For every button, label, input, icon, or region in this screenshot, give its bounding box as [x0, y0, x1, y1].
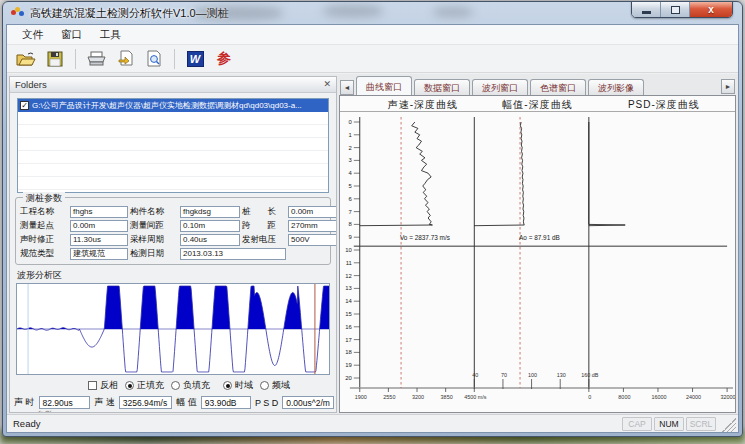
param-label: 构件名称	[130, 206, 178, 218]
sonic-time-label: 声 时	[14, 396, 35, 409]
file-list[interactable]: ✓ G:\公司产品设计开发\超声仪器\超声仪实地检测数据调测材qd\qd03\q…	[17, 98, 329, 193]
tab-wavetrain-image[interactable]: 波列影像	[588, 79, 644, 95]
waveform-controls: 反相 正填充 负填充 时域	[88, 379, 332, 392]
menu-file[interactable]: 文件	[13, 26, 52, 44]
svg-text:20: 20	[345, 375, 352, 381]
tab-scroll-left-icon[interactable]: ◄	[340, 80, 354, 95]
caption-buttons: x	[631, 2, 733, 18]
open-folder-icon	[16, 51, 36, 67]
sonic-time-value[interactable]: 82.90us	[39, 396, 91, 409]
fill-positive-radio[interactable]: 正填充	[125, 379, 164, 392]
app-window: 高铁建筑混凝土检测分析软件V1.0—测桩 x 文件 窗口 工具	[2, 1, 743, 437]
velocity-value[interactable]: 3256.94m/s	[119, 396, 173, 409]
param-label: 桩 长	[242, 206, 286, 218]
param-value: 0.40us	[180, 234, 240, 246]
close-button[interactable]: x	[690, 2, 732, 17]
svg-text:14: 14	[345, 298, 352, 304]
svg-text:100: 100	[528, 372, 537, 378]
velocity-chart-title: 声速-深度曲线	[388, 98, 458, 112]
export-button[interactable]	[112, 47, 138, 71]
waveform-area-label: 波形分析区	[17, 269, 336, 282]
param-value: fhgkdsg	[180, 206, 240, 218]
svg-text:9: 9	[349, 234, 353, 240]
word-icon: W	[187, 51, 204, 67]
toolbar: W 参	[7, 45, 738, 73]
waveform-box[interactable]	[16, 283, 330, 375]
param-value: 11.30us	[70, 234, 128, 246]
group-title: 测桩参数	[23, 192, 65, 205]
save-button[interactable]	[42, 47, 68, 71]
psd-value[interactable]: 0.00us^2/m	[282, 396, 334, 409]
panel-close-icon[interactable]: ✕	[323, 80, 331, 89]
checkbox-icon[interactable]	[88, 381, 97, 390]
freq-domain-radio[interactable]: 频域	[260, 379, 290, 392]
title-bar[interactable]: 高铁建筑混凝土检测分析软件V1.0—测桩 x	[3, 2, 742, 24]
radio-icon[interactable]	[260, 381, 269, 390]
print-button[interactable]	[83, 47, 109, 71]
open-button[interactable]	[13, 47, 39, 71]
param-value: 0.00m	[288, 206, 337, 218]
invert-label: 反相	[100, 379, 118, 392]
fill-negative-radio[interactable]: 负填充	[171, 379, 210, 392]
clipped-text: 4841参数	[16, 409, 336, 413]
chart-container: 声速-深度曲线 幅值-深度曲线 PSD-深度曲线 012345678910111…	[339, 95, 736, 413]
chart-titles: 声速-深度曲线 幅值-深度曲线 PSD-深度曲线	[340, 96, 735, 112]
file-list-item[interactable]: ✓ G:\公司产品设计开发\超声仪器\超声仪实地检测数据调测材qd\qd03\q…	[18, 99, 328, 112]
radio-icon[interactable]	[125, 381, 134, 390]
fill-positive-label: 正填充	[137, 379, 164, 392]
page-export-icon	[117, 50, 134, 67]
param-label: 跨 距	[242, 220, 286, 232]
maximize-button[interactable]	[661, 2, 690, 17]
menu-window[interactable]: 窗口	[52, 26, 91, 44]
tab-data-window[interactable]: 数据窗口	[414, 79, 470, 95]
svg-text:0: 0	[588, 394, 591, 400]
svg-text:130: 130	[557, 372, 566, 378]
depth-charts[interactable]: 0123456789101112131415161718192019002550…	[340, 112, 735, 412]
minimize-button[interactable]	[632, 2, 661, 17]
status-message: Ready	[7, 418, 622, 429]
num-lock-indicator: NUM	[654, 417, 684, 431]
folders-panel-title: Folders	[15, 79, 47, 90]
svg-text:8000: 8000	[618, 394, 630, 400]
app-icon	[11, 7, 25, 19]
toolbar-separator	[75, 49, 76, 69]
word-report-button[interactable]: W	[182, 47, 208, 71]
menu-tools[interactable]: 工具	[91, 26, 130, 44]
invert-checkbox[interactable]: 反相	[88, 379, 118, 392]
svg-text:1900: 1900	[355, 394, 367, 400]
radio-icon[interactable]	[171, 381, 180, 390]
svg-text:3850: 3850	[441, 394, 453, 400]
folders-panel-header[interactable]: Folders ✕	[10, 77, 336, 93]
toolbar-separator	[174, 49, 175, 69]
resize-grip[interactable]	[722, 418, 736, 432]
parameter-char-icon: 参	[217, 50, 231, 68]
print-preview-button[interactable]	[141, 47, 167, 71]
screen: 高铁建筑混凝土检测分析软件V1.0—测桩 x 文件 窗口 工具	[0, 0, 745, 444]
close-icon: x	[708, 4, 714, 15]
svg-text:Ao = 87.91 dB: Ao = 87.91 dB	[519, 234, 560, 241]
fill-negative-label: 负填充	[183, 379, 210, 392]
tab-curve-window[interactable]: 曲线窗口	[356, 76, 412, 95]
svg-text:11: 11	[346, 260, 353, 266]
svg-text:16000: 16000	[651, 394, 666, 400]
file-checkbox[interactable]: ✓	[20, 101, 29, 110]
parameters-button[interactable]: 参	[211, 47, 237, 71]
svg-text:18: 18	[345, 349, 352, 355]
tab-spectrum-window[interactable]: 色谱窗口	[530, 79, 586, 95]
time-domain-radio[interactable]: 时域	[223, 379, 253, 392]
maximize-icon	[671, 6, 680, 14]
svg-text:6: 6	[349, 196, 353, 202]
svg-text:16: 16	[345, 324, 352, 330]
scroll-lock-indicator: SCRL	[686, 417, 716, 431]
tab-scroll-right-icon[interactable]: ►	[721, 79, 735, 94]
glass-reflection	[323, 5, 383, 17]
minimize-icon	[642, 11, 651, 14]
tab-wavetrain-window[interactable]: 波列窗口	[472, 79, 528, 95]
amplitude-value[interactable]: 93.90dB	[201, 396, 251, 409]
svg-text:Vo = 2837.73 m/s: Vo = 2837.73 m/s	[400, 234, 450, 241]
printer-icon	[87, 51, 106, 67]
svg-text:17: 17	[345, 337, 352, 343]
caps-lock-indicator: CAP	[622, 417, 652, 431]
psd-label: P S D	[255, 398, 278, 408]
radio-icon[interactable]	[223, 381, 232, 390]
